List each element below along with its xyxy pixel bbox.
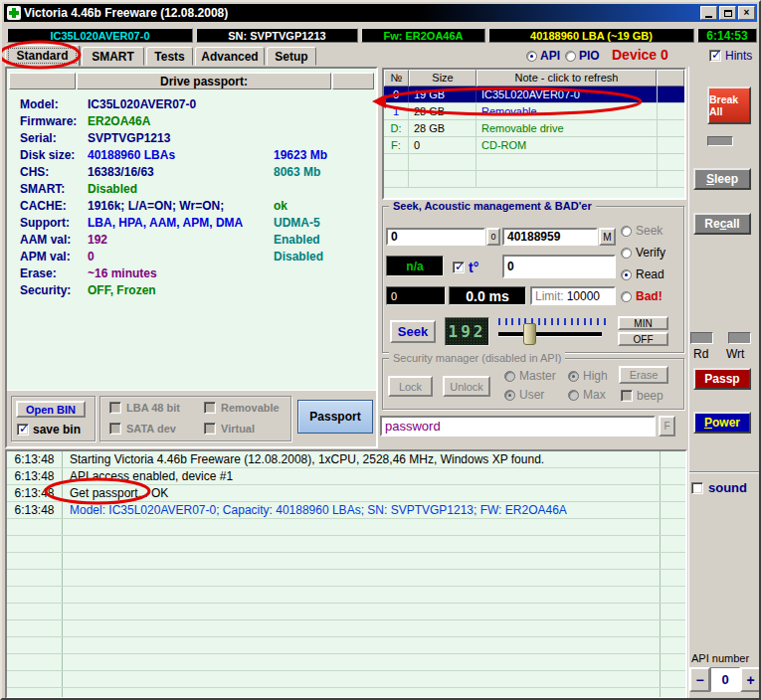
log-row-empty bbox=[7, 604, 685, 620]
verify-radio-group[interactable]: Verify bbox=[621, 246, 666, 260]
open-bin-button[interactable]: Open BIN bbox=[16, 401, 86, 418]
tab-smart[interactable]: SMART bbox=[82, 47, 144, 66]
col-num[interactable]: № bbox=[384, 70, 409, 87]
pio-radio[interactable] bbox=[565, 51, 576, 62]
max-label: Max bbox=[583, 388, 606, 402]
beep-label: beep bbox=[637, 389, 664, 403]
api-number-decrement[interactable]: − bbox=[689, 667, 710, 692]
min-button[interactable]: MIN bbox=[618, 316, 668, 330]
read-radio[interactable] bbox=[621, 269, 632, 280]
start-lba-input[interactable] bbox=[386, 228, 485, 246]
tab-standard[interactable]: Standard bbox=[5, 45, 80, 67]
security-panel: Security manager (disabled in API) Lock … bbox=[382, 358, 684, 410]
verify-radio[interactable] bbox=[621, 248, 632, 259]
password-input[interactable] bbox=[380, 416, 656, 437]
log-row-empty bbox=[7, 620, 685, 637]
end-lba-input[interactable] bbox=[502, 228, 598, 246]
temp-checkbox-group[interactable]: t° bbox=[453, 260, 478, 275]
log-row: 6:13:48 Model: IC35L020AVER07-0; Capacit… bbox=[7, 502, 685, 519]
sleep-button[interactable]: Sleep bbox=[693, 168, 751, 190]
hints-checkbox[interactable] bbox=[709, 50, 721, 62]
passp-button[interactable]: Passp bbox=[693, 368, 751, 390]
tab-setup[interactable]: Setup bbox=[267, 47, 316, 66]
maximize-button[interactable] bbox=[719, 6, 736, 20]
high-radio-group: High bbox=[568, 369, 608, 383]
bad-radio-group[interactable]: Bad! bbox=[621, 289, 663, 303]
close-button[interactable]: × bbox=[738, 6, 755, 20]
drive-row-empty bbox=[384, 154, 684, 171]
bad-radio[interactable] bbox=[621, 291, 632, 302]
api-number-value: 0 bbox=[710, 667, 740, 692]
passport-row-apm: APM val:0Disabled bbox=[7, 250, 376, 266]
max-lba-button[interactable]: M bbox=[599, 228, 616, 246]
temp-value-input[interactable] bbox=[502, 255, 616, 278]
error-counter-display: 0 bbox=[386, 286, 446, 305]
drive-table-header[interactable]: № Size Note - click to refresh bbox=[384, 70, 684, 87]
maximize-icon bbox=[724, 10, 732, 17]
rd-label: Rd bbox=[693, 347, 708, 361]
zero-button[interactable]: 0 bbox=[486, 228, 500, 246]
title-bar[interactable]: Victoria 4.46b Freeware (12.08.2008) × bbox=[4, 4, 757, 22]
master-radio-group: Master bbox=[504, 369, 556, 383]
seek-radio-label: Seek bbox=[636, 224, 663, 238]
break-all-button[interactable]: Break All bbox=[707, 87, 751, 124]
tab-advanced[interactable]: Advanced bbox=[195, 47, 265, 66]
off-button[interactable]: OFF bbox=[618, 332, 668, 346]
device-indicator: Device 0 bbox=[612, 47, 668, 63]
save-bin-checkbox[interactable] bbox=[17, 424, 29, 436]
f-button[interactable]: F bbox=[659, 416, 675, 437]
seek-button[interactable]: Seek bbox=[390, 320, 436, 343]
unlock-button: Unlock bbox=[443, 376, 490, 397]
pio-label: PIO bbox=[579, 49, 600, 63]
api-radio[interactable] bbox=[526, 51, 537, 62]
col-extra bbox=[657, 70, 684, 87]
col-size[interactable]: Size bbox=[409, 70, 476, 87]
sound-checkbox[interactable] bbox=[691, 482, 703, 494]
beep-checkbox bbox=[621, 390, 633, 402]
temp-checkbox[interactable] bbox=[453, 262, 465, 273]
read-radio-label: Read bbox=[636, 267, 665, 281]
sata-checkbox-group: SATA dev bbox=[109, 423, 176, 435]
sound-label: sound bbox=[708, 480, 747, 495]
virtual-checkbox bbox=[204, 423, 216, 435]
drive-row-1[interactable]: 1 28 GB Removable bbox=[384, 103, 684, 120]
user-radio bbox=[504, 390, 515, 401]
log-row-empty bbox=[7, 519, 685, 536]
sound-checkbox-group[interactable]: sound bbox=[691, 480, 747, 495]
passport-row-support: Support:LBA, HPA, AAM, APM, DMAUDMA-5 bbox=[7, 216, 376, 233]
erase-button: Erase bbox=[619, 366, 668, 384]
save-bin-checkbox-group[interactable]: save bin bbox=[17, 423, 81, 437]
api-number-spinner: − 0 + bbox=[689, 667, 761, 692]
lba48-checkbox-group: LBA 48 bit bbox=[109, 402, 180, 414]
slider-track[interactable] bbox=[498, 332, 602, 337]
removable-checkbox-group: Removable bbox=[204, 402, 280, 414]
api-number-increment[interactable]: + bbox=[740, 667, 761, 692]
lba48-label: LBA 48 bit bbox=[126, 402, 180, 414]
log-row-empty bbox=[7, 553, 685, 570]
minimize-icon bbox=[705, 16, 712, 18]
tab-tests[interactable]: Tests bbox=[146, 47, 193, 66]
aam-slider[interactable] bbox=[496, 318, 608, 346]
drive-row-0[interactable]: 0 19 GB IC35L020AVER07-0 bbox=[384, 87, 684, 103]
power-button[interactable]: Power bbox=[693, 412, 751, 434]
seek-radio-group: Seek bbox=[621, 224, 663, 238]
drive-row-f[interactable]: F: 0 CD-ROM bbox=[384, 137, 684, 154]
slider-thumb[interactable] bbox=[523, 323, 536, 345]
api-radio-group[interactable]: API bbox=[526, 49, 560, 63]
drive-row-d[interactable]: D: 28 GB Removable drive bbox=[384, 120, 684, 137]
write-indicator bbox=[728, 332, 751, 344]
wrt-label: Wrt bbox=[726, 347, 744, 361]
sidebar: Break All Sleep Recall Rd Wrt Passp Powe… bbox=[688, 67, 761, 699]
app-icon-green-cross bbox=[7, 6, 21, 20]
pio-radio-group[interactable]: PIO bbox=[565, 49, 600, 63]
recall-button[interactable]: Recall bbox=[693, 213, 751, 235]
limit-box[interactable]: Limit: 10000 bbox=[530, 286, 616, 305]
read-radio-group[interactable]: Read bbox=[621, 267, 665, 281]
col-note[interactable]: Note - click to refresh bbox=[476, 70, 657, 87]
removable-checkbox bbox=[204, 402, 216, 414]
minimize-button[interactable] bbox=[700, 6, 717, 20]
lock-button: Lock bbox=[388, 376, 433, 397]
hints-checkbox-group[interactable]: Hints bbox=[709, 49, 752, 63]
passport-button[interactable]: Passport bbox=[297, 400, 373, 434]
sata-label: SATA dev bbox=[126, 423, 176, 435]
